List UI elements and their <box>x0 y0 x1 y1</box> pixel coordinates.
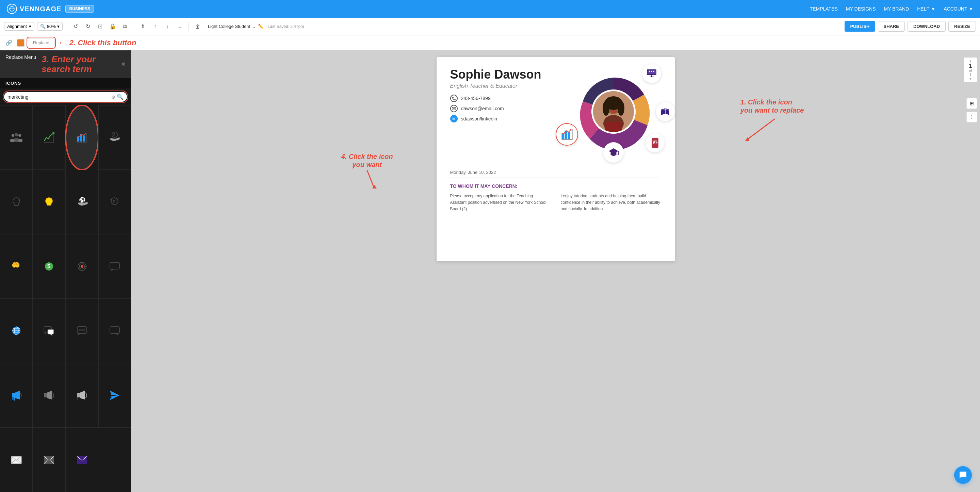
logo-icon <box>7 4 17 14</box>
share-button[interactable]: SHARE <box>878 21 905 32</box>
svg-marker-32 <box>111 269 114 271</box>
icon-cell-megaphone-3[interactable] <box>66 363 98 427</box>
layers-button[interactable]: ⊞ <box>966 98 977 109</box>
replace-button[interactable]: Replace <box>28 38 54 47</box>
publish-button[interactable]: PUBLISH <box>845 21 875 32</box>
icon-cell-chart-up[interactable] <box>33 105 65 169</box>
nav-help[interactable]: HELP ▼ <box>917 6 935 11</box>
move-up-button[interactable]: ↑ <box>150 22 160 31</box>
icons-grid: $ <box>0 105 131 492</box>
svg-rect-31 <box>110 262 119 269</box>
svg-rect-47 <box>110 326 119 333</box>
step3-annotation: 3. Enter yoursearch term <box>41 54 95 74</box>
svg-text:⚽: ⚽ <box>79 197 86 203</box>
icon-cell-chat-bubble[interactable] <box>33 299 65 363</box>
svg-point-3 <box>11 134 14 137</box>
redo-button[interactable]: ↻ <box>83 22 93 31</box>
move-down-bottom-button[interactable]: ⇓ <box>175 22 185 31</box>
skill-icon-marketing-selected[interactable] <box>556 123 578 146</box>
svg-rect-90 <box>562 134 564 139</box>
download-button[interactable]: DOWNLOAD <box>907 21 946 32</box>
icon-cell-globe[interactable] <box>0 299 33 363</box>
nav-account[interactable]: ACCOUNT ▼ <box>943 6 973 11</box>
skill-icon-grade[interactable]: A+ <box>646 134 665 153</box>
svg-point-71 <box>603 101 609 116</box>
color-swatch[interactable] <box>17 39 24 47</box>
step4-annotation: 4. Click the iconyou want <box>341 153 393 189</box>
icon-toolbar: 🔗 Replace ← 2. Click this button <box>0 35 980 50</box>
page-current: 1 <box>964 63 977 69</box>
skill-icon-book[interactable] <box>656 102 675 121</box>
more-options-button[interactable]: ⋮ <box>966 111 977 123</box>
skill-icon-graduation[interactable] <box>603 142 624 162</box>
icon-cell-recycle-money[interactable]: $ <box>98 170 131 234</box>
svg-point-78 <box>651 71 652 72</box>
dropdown-arrow-icon: ▾ <box>29 24 31 29</box>
icon-cell-bulb-off[interactable] <box>0 170 33 234</box>
svg-text:$: $ <box>47 263 50 269</box>
icon-cell-hand-star[interactable]: ⚽ <box>66 170 98 234</box>
phone-icon <box>450 95 458 102</box>
person-title: English Teacher & Educator <box>450 83 556 89</box>
toolbar-actions: PUBLISH SHARE DOWNLOAD RESIZE <box>845 21 976 32</box>
alignment-select[interactable]: Alignment ▾ <box>4 22 34 30</box>
search-input[interactable] <box>8 94 111 100</box>
panel-close-button[interactable]: ✕ <box>121 61 126 67</box>
frame-button[interactable]: ⊡ <box>95 22 105 31</box>
edit-title-icon[interactable]: ✏️ <box>258 24 264 29</box>
design-card: Sophie Dawson English Teacher & Educator… <box>437 57 675 261</box>
card-text-col-2: I enjoy tutoring students and helping th… <box>561 193 661 213</box>
link-icon[interactable]: 🔗 <box>4 38 14 48</box>
icon-cell-target[interactable] <box>66 234 98 298</box>
left-panel: Replace Menu 3. Enter yoursearch term ✕ … <box>0 50 131 492</box>
document-title: Light College Student ... <box>208 24 255 29</box>
clear-search-icon[interactable]: ⊗ <box>111 94 115 100</box>
card-text-col-1: Please accept my application for the Tea… <box>450 193 550 213</box>
icon-cell-megaphone[interactable] <box>0 363 33 427</box>
move-up-top-button[interactable]: ⇑ <box>138 22 148 31</box>
card-left: Sophie Dawson English Teacher & Educator… <box>450 67 556 156</box>
icon-cell-paper-plane[interactable] <box>98 363 131 427</box>
skill-icon-classroom[interactable] <box>642 64 661 83</box>
business-badge[interactable]: BUSINESS <box>65 5 94 13</box>
lock-button[interactable]: 🔒 <box>108 22 118 31</box>
canvas-area: Sophie Dawson English Teacher & Educator… <box>131 50 980 492</box>
toolbar: Alignment ▾ 🔍 80% ▾ ↺ ↻ ⊡ 🔒 ⧉ ⇑ ↑ ↓ ⇓ 🗑 … <box>0 18 980 35</box>
undo-button[interactable]: ↺ <box>71 22 81 31</box>
icon-cell-dollar-circle[interactable]: $ <box>33 234 65 298</box>
chat-button[interactable] <box>954 466 972 484</box>
search-icon[interactable]: 🔍 <box>117 94 124 100</box>
icon-cell-hand-money[interactable]: $ <box>98 105 131 169</box>
icon-cell-bulb-on[interactable] <box>33 170 65 234</box>
icon-cell-envelope-2[interactable] <box>33 428 65 492</box>
nav-my-designs[interactable]: MY DESIGNS <box>846 6 876 11</box>
panel-section-label: ICONS <box>0 78 131 88</box>
icon-cell-people[interactable] <box>0 105 33 169</box>
search-bar: ⊗ 🔍 <box>0 88 131 105</box>
svg-marker-41 <box>50 334 52 336</box>
nav-my-brand[interactable]: MY BRAND <box>884 6 909 11</box>
icon-cell-hand-stars[interactable]: 🤲 ★ <box>0 234 33 298</box>
icon-cell-speech-bubble[interactable] <box>98 234 131 298</box>
svg-text:$: $ <box>113 133 115 137</box>
delete-button[interactable]: 🗑 <box>193 22 202 31</box>
zoom-select[interactable]: 🔍 80% ▾ <box>37 22 63 30</box>
svg-rect-74 <box>605 122 622 132</box>
svg-marker-39 <box>44 332 47 334</box>
move-down-button[interactable]: ↓ <box>163 22 172 31</box>
resize-button[interactable]: RESIZE <box>948 21 976 32</box>
nav-templates[interactable]: TEMPLATES <box>810 6 838 11</box>
svg-point-28 <box>81 265 83 268</box>
icon-cell-megaphone-2[interactable] <box>33 363 65 427</box>
panel-title: Replace Menu <box>5 54 36 60</box>
icon-cell-envelope-3[interactable] <box>66 428 98 492</box>
nav-logo[interactable]: VENNGAGE <box>7 4 61 14</box>
icon-cell-bar-chart-selected[interactable] <box>66 105 98 169</box>
copy-button[interactable]: ⧉ <box>120 22 130 31</box>
page-of: of <box>964 69 977 73</box>
icon-cell-envelope-1[interactable] <box>0 428 33 492</box>
icon-cell-speech-right[interactable] <box>98 299 131 363</box>
icon-cell-speech-dots[interactable] <box>66 299 98 363</box>
search-zoom-icon: 🔍 <box>40 24 46 29</box>
svg-point-5 <box>18 134 21 137</box>
